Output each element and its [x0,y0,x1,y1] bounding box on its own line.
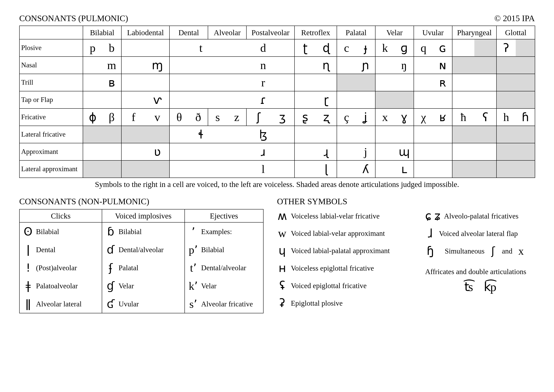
consonant-cell: ħʕ [452,108,497,126]
ipa-symbol [376,74,394,91]
consonant-cell [452,143,497,161]
ipa-symbol [122,74,145,91]
pulmonic-note: Symbols to the right in a cell are voice… [19,180,535,189]
ipa-symbol: ʔ [497,39,516,56]
place-header: Dental [169,26,208,39]
ipa-symbol [295,143,316,160]
consonant-cell: kɡ [375,39,414,56]
consonant-cell: n [169,56,295,74]
ipa-symbol [122,143,145,160]
nonpulmonic-title: CONSONANTS (NON-PULMONIC) [19,196,264,206]
other-row: ɺVoiced alveolar lateral flap [425,227,535,240]
ipa-symbol: x [376,109,394,126]
place-header: Bilabial [83,26,121,39]
ipa-symbol: j [356,143,375,160]
np-cell: tʼDental/alveolar [185,259,264,277]
ipa-symbol [295,57,316,74]
ipa-symbol [170,74,232,91]
ipa-symbol: ɕ ʑ [425,209,441,223]
consonant-cell [375,91,414,108]
place-header: Pharyngeal [452,26,497,39]
np-cell: ǂPalatoalveolar [19,277,102,295]
ipa-symbol [122,39,145,56]
ipa-symbol [414,161,433,178]
np-cell: ʄPalatal [102,259,184,277]
ipa-symbol [452,161,474,178]
ipa-symbol [516,57,535,74]
consonant-cell [83,91,121,108]
ipa-symbol [516,39,535,56]
np-cell: ʘBilabial [19,222,102,241]
np-label: Velar [119,282,134,290]
ipa-symbol: kʼ [188,279,198,292]
ipa-symbol: t [170,39,232,56]
ipa-symbol: ʀ [433,74,452,91]
manner-header: Plosive [19,39,83,56]
ipa-symbol [497,57,516,74]
ipa-symbol: q [414,39,433,56]
consonant-cell: hɦ [497,108,535,126]
ipa-symbol: ǃ [23,261,33,274]
consonant-cell: ⱱ [121,91,169,108]
ipa-symbol: ɱ [145,57,169,74]
ipa-symbol [376,143,394,160]
ipa-symbol [376,91,394,108]
ipa-symbol [394,126,414,143]
consonant-cell [497,126,535,143]
ipa-symbol: ʎ [356,161,375,178]
consonant-cell [497,161,535,178]
ipa-symbol [474,143,496,160]
ipa-symbol [83,91,102,108]
np-header: Voiced implosives [102,209,184,222]
ipa-symbol: ɡ [394,39,414,56]
ipa-symbol: ɣ [394,109,414,126]
ipa-symbol: w [277,227,288,240]
consonant-cell: θð [169,108,208,126]
ipa-symbol: ɹ [232,143,294,160]
ipa-symbol [474,91,496,108]
ipa-symbol [102,161,121,178]
ipa-symbol [414,91,433,108]
ipa-symbol: ǁ [23,297,33,310]
np-cell: kʼVelar [185,277,264,295]
ipa-symbol [337,57,356,74]
ipa-symbol [414,57,433,74]
consonant-cell: ɭ [295,161,337,178]
ipa-symbol [316,126,337,143]
place-header: Palatal [337,26,375,39]
ipa-symbol: ʛ [105,297,116,310]
ipa-symbol [337,126,356,143]
consonant-cell: ʃʒ [246,108,295,126]
ipa-symbol [452,91,474,108]
ipa-symbol [497,126,516,143]
consonant-cell [337,91,375,108]
place-header: Retroflex [295,26,337,39]
ipa-symbol [145,161,169,178]
ipa-symbol [433,161,452,178]
consonant-cell [414,126,452,143]
consonant-cell: l [169,161,295,178]
ipa-symbol: ʄ [105,261,116,274]
np-cell: ʛUvular [102,295,184,313]
consonant-cell: ʂʐ [295,108,337,126]
consonant-cell: ɱ [121,56,169,74]
ipa-symbol: ʃ [488,245,498,257]
ipa-symbol [337,143,356,160]
ipa-symbol: ɴ [433,57,452,74]
ipa-symbol: ʜ [277,261,288,275]
manner-header: Lateral fricative [19,126,83,143]
ipa-symbol: ʟ [394,161,414,178]
consonant-cell [497,56,535,74]
ipa-symbol [83,57,102,74]
ipa-symbol: r [232,74,294,91]
ipa-symbol [394,91,414,108]
np-label: Alveolar fricative [201,300,253,308]
consonant-cell [121,126,169,143]
consonant-cell: ɽ [295,91,337,108]
ipa-symbol: ɾ [232,91,294,108]
ipa-symbol [102,143,121,160]
consonant-cell [375,126,414,143]
ipa-symbol [122,91,145,108]
ipa-symbol [376,161,394,178]
np-label: Bilabial [201,245,224,254]
